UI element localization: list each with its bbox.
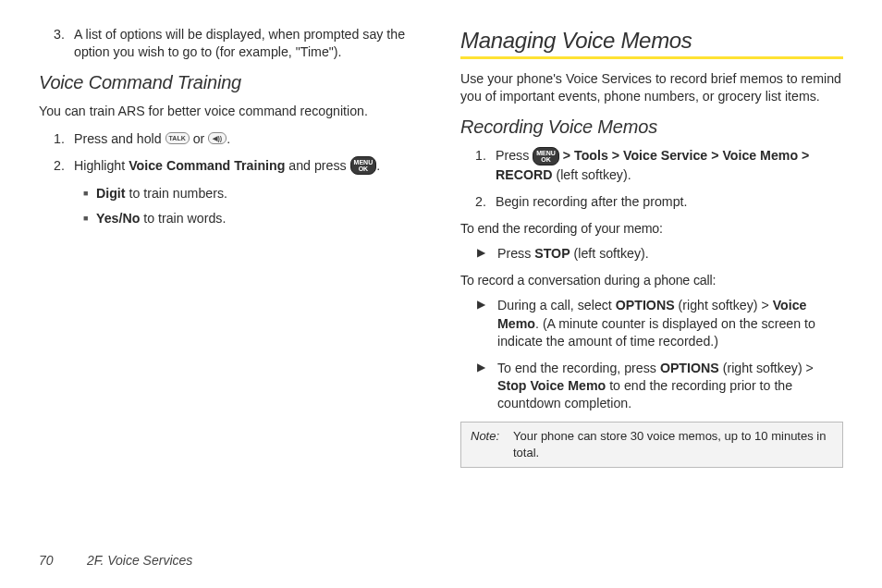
menu-ok-key-icon: MENU OK — [350, 156, 377, 175]
list-number: 1. — [475, 147, 496, 183]
list-item: 2. Highlight Voice Command Training and … — [39, 157, 422, 176]
list-item: ▶ To end the recording, press OPTIONS (r… — [460, 360, 843, 413]
list-item: 3. A list of options will be displayed, … — [39, 26, 422, 61]
list-item: ■ Yes/No to train words. — [39, 210, 422, 227]
speaker-key-icon: ◀)) — [208, 132, 227, 144]
left-column: 3. A list of options will be displayed, … — [39, 26, 422, 530]
page-footer: 70 2F. Voice Services — [39, 553, 192, 568]
heading-managing-voice-memos: Managing Voice Memos — [460, 28, 843, 59]
heading-recording-voice-memos: Recording Voice Memos — [460, 116, 843, 138]
list-item: 2. Begin recording after the prompt. — [460, 193, 843, 211]
arrow-bullet-icon: ▶ — [477, 297, 497, 350]
list-text: Begin recording after the prompt. — [496, 193, 843, 211]
menu-ok-key-icon: MENU OK — [533, 147, 559, 165]
list-text: Highlight Voice Command Training and pre… — [74, 157, 422, 176]
list-item: ▶ During a call, select OPTIONS (right s… — [460, 297, 843, 350]
page-number: 70 — [39, 553, 83, 568]
list-number: 2. — [54, 157, 74, 176]
list-item: 1. Press MENU OK > Tools > Voice Service… — [460, 147, 843, 183]
list-text: A list of options will be displayed, whe… — [74, 26, 422, 61]
lead-text: To end the recording of your memo: — [460, 220, 843, 238]
arrow-bullet-icon: ▶ — [477, 245, 497, 263]
intro-text: You can train ARS for better voice comma… — [39, 103, 422, 120]
note-box: Note: Your phone can store 30 voice memo… — [460, 422, 843, 467]
heading-voice-command-training: Voice Command Training — [39, 72, 422, 93]
list-item: ■ Digit to train numbers. — [39, 185, 422, 202]
square-bullet-icon: ■ — [83, 210, 96, 227]
arrow-bullet-icon: ▶ — [477, 360, 497, 413]
lead-text: To record a conversation during a phone … — [460, 272, 843, 289]
list-text: Press MENU OK > Tools > Voice Service > … — [496, 147, 843, 183]
intro-text: Use your phone's Voice Services to recor… — [460, 70, 843, 105]
list-number: 3. — [54, 26, 74, 61]
list-number: 2. — [475, 193, 496, 211]
list-item: 1. Press and hold TALK or ◀)). — [39, 130, 422, 148]
list-item: ▶ Press STOP (left softkey). — [460, 245, 843, 263]
right-column: Managing Voice Memos Use your phone's Vo… — [460, 26, 843, 530]
page-columns: 3. A list of options will be displayed, … — [39, 26, 843, 530]
section-label: 2F. Voice Services — [87, 553, 192, 568]
square-bullet-icon: ■ — [83, 185, 96, 202]
note-text: Your phone can store 30 voice memos, up … — [513, 428, 833, 460]
list-text: Press and hold TALK or ◀)). — [74, 130, 422, 148]
note-label: Note: — [471, 428, 513, 460]
talk-key-icon: TALK — [165, 132, 190, 144]
list-number: 1. — [54, 130, 74, 148]
